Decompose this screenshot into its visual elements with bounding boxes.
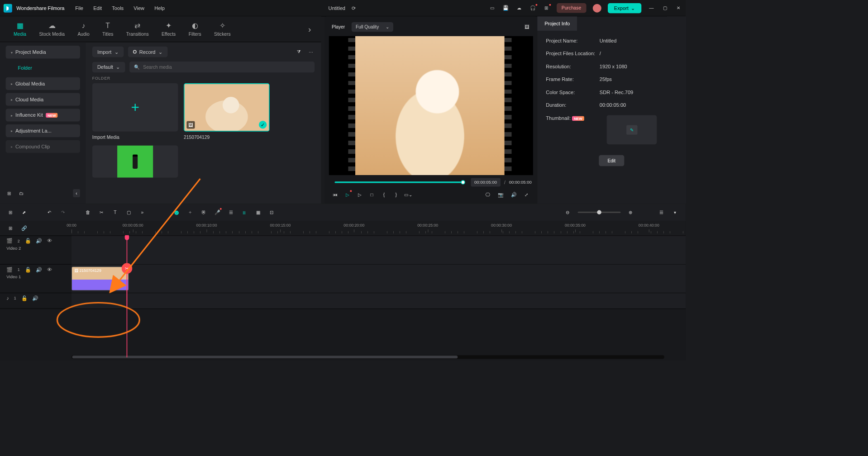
more-icon[interactable]: ⋯ (307, 48, 315, 56)
zoom-out-icon[interactable]: ⊖ (564, 209, 572, 216)
mute-icon[interactable]: 🔊 (36, 266, 42, 272)
track-view-dropdown-icon[interactable]: ▾ (672, 209, 679, 216)
play-record-icon[interactable]: ▷ (344, 191, 351, 198)
preview-canvas[interactable] (329, 36, 533, 175)
undo-icon[interactable]: ↶ (46, 209, 53, 216)
marker-icon[interactable]: ▦ (254, 209, 262, 216)
ratio-dropdown-icon[interactable]: ▭⌄ (405, 191, 412, 198)
track-lane[interactable]: 🖼2150704129 (72, 265, 686, 293)
more-tools-icon[interactable]: » (139, 209, 146, 216)
record-dropdown[interactable]: Record⌄ (128, 47, 168, 57)
clip-thumbnail[interactable]: 🖼 ✓ (184, 83, 270, 132)
lock-icon[interactable]: 🔓 (21, 295, 27, 301)
zoom-knob[interactable] (597, 210, 601, 214)
progress-bar[interactable] (334, 181, 463, 183)
lock-icon[interactable]: 🔓 (25, 238, 31, 244)
mute-icon[interactable]: 🔊 (36, 238, 42, 244)
tabs-next-icon[interactable]: › (305, 24, 314, 34)
tab-audio[interactable]: ♪Audio (71, 21, 96, 37)
track-view-icon[interactable]: ☰ (658, 209, 665, 216)
text-icon[interactable]: T (111, 209, 119, 216)
sort-dropdown[interactable]: Default⌄ (92, 62, 125, 72)
mark-in-icon[interactable]: { (381, 191, 388, 198)
lock-icon[interactable]: 🔓 (25, 266, 31, 272)
quality-dropdown[interactable]: Full Quality⌄ (351, 22, 393, 32)
import-media-thumb[interactable]: + (92, 83, 178, 132)
visibility-icon[interactable]: 👁 (47, 266, 52, 272)
magnet-icon[interactable]: ⫼ (241, 209, 248, 216)
clip-thumbnail-green[interactable] (92, 146, 178, 178)
monitor-icon[interactable]: 🖵 (484, 191, 491, 198)
sidebar-item-adjustment-layer[interactable]: ▸Adjustment La... (6, 124, 80, 137)
sidebar-item-influence-kit[interactable]: ▸Influence Kit NEW (6, 109, 80, 121)
edit-thumbnail-icon[interactable]: ✎ (626, 125, 637, 134)
sidebar-item-folder[interactable]: Folder (6, 62, 80, 74)
track-lane[interactable] (72, 293, 686, 309)
menu-file[interactable]: File (75, 5, 83, 11)
edit-button[interactable]: Edit (599, 155, 624, 166)
menu-view[interactable]: View (134, 5, 144, 11)
menu-help[interactable]: Help (154, 5, 165, 11)
purchase-button[interactable]: Purchase (557, 3, 587, 13)
tab-stock-media[interactable]: ☁Stock Media (33, 21, 71, 37)
new-folder-icon[interactable]: ⊞ (6, 190, 13, 197)
filter-icon[interactable]: ⧩ (296, 48, 303, 56)
export-button[interactable]: Export⌄ (608, 3, 642, 13)
trash-icon[interactable]: 🗑 (84, 209, 91, 216)
mute-icon[interactable]: 🔊 (32, 295, 38, 301)
scrollbar-thumb[interactable] (72, 356, 458, 358)
split-scissors-icon[interactable]: ✂ (122, 263, 133, 274)
save-icon[interactable]: 💾 (502, 5, 510, 12)
media-card-green[interactable] (92, 146, 178, 178)
close-icon[interactable]: ✕ (675, 5, 682, 12)
progress-knob[interactable] (461, 180, 465, 184)
apps-icon[interactable]: ⊞ (543, 5, 550, 12)
project-info-tab[interactable]: Project Info (537, 16, 577, 31)
sidebar-item-cloud-media[interactable]: ▸Cloud Media (6, 93, 80, 105)
camera-icon[interactable]: 📷 (497, 191, 505, 198)
avatar[interactable] (592, 4, 601, 12)
import-dropdown[interactable]: Import⌄ (92, 47, 124, 57)
timeline-clip[interactable]: 🖼2150704129 (72, 266, 129, 290)
play-icon[interactable]: ▷ (356, 191, 363, 198)
grid-icon[interactable]: ⊞ (7, 209, 14, 216)
volume-icon[interactable]: 🔊 (510, 191, 517, 198)
zoom-in-icon[interactable]: ⊕ (627, 209, 634, 216)
cut-icon[interactable]: ✂ (98, 209, 105, 216)
sparkle-icon[interactable]: ✦ (186, 209, 194, 216)
collapse-sidebar-icon[interactable]: ‹ (73, 189, 80, 197)
menu-edit[interactable]: Edit (93, 5, 102, 11)
fullscreen-icon[interactable]: ⤢ (523, 191, 530, 198)
smiley-icon[interactable]: ☻ (173, 209, 180, 216)
layout-icon[interactable]: ▭ (489, 5, 496, 12)
sidebar-item-global-media[interactable]: ▸Global Media (6, 77, 80, 90)
snapshot-compare-icon[interactable]: 🖼 (523, 24, 530, 31)
menu-tools[interactable]: Tools (112, 5, 124, 11)
tab-filters[interactable]: ◐Filters (182, 21, 207, 37)
link-icon[interactable]: 🔗 (21, 225, 28, 232)
shield-icon[interactable]: ⛨ (200, 209, 207, 216)
track-lane[interactable] (72, 236, 686, 264)
mark-out-icon[interactable]: } (392, 191, 400, 198)
maximize-icon[interactable]: ▢ (662, 5, 669, 12)
redo-icon[interactable]: ↷ (59, 209, 67, 216)
list-icon[interactable]: ☰ (227, 209, 234, 216)
sidebar-item-project-media[interactable]: ▾Project Media (6, 46, 80, 58)
search-input[interactable] (143, 64, 310, 70)
stop-icon[interactable]: □ (368, 191, 376, 198)
headset-icon[interactable]: 🎧 (529, 5, 537, 12)
tab-transitions[interactable]: ⇄Transitions (119, 21, 155, 37)
prev-frame-icon[interactable]: ⏮ (332, 191, 339, 198)
zoom-slider[interactable] (578, 212, 621, 213)
timeline-scrollbar[interactable] (72, 355, 664, 359)
pointer-icon[interactable]: ⬈ (21, 209, 28, 216)
save-state-icon[interactable]: ⟳ (350, 5, 358, 12)
mic-icon[interactable]: 🎤 (214, 209, 221, 216)
tab-stickers[interactable]: ✧Stickers (208, 21, 237, 37)
cloud-icon[interactable]: ☁ (516, 5, 523, 12)
add-track-icon[interactable]: ⊞ (7, 225, 14, 232)
visibility-icon[interactable]: 👁 (47, 238, 52, 244)
media-card-clip[interactable]: 🖼 ✓ 2150704129 (184, 83, 270, 140)
minimize-icon[interactable]: — (648, 5, 655, 12)
folder-icon[interactable]: 🗀 (18, 190, 25, 197)
